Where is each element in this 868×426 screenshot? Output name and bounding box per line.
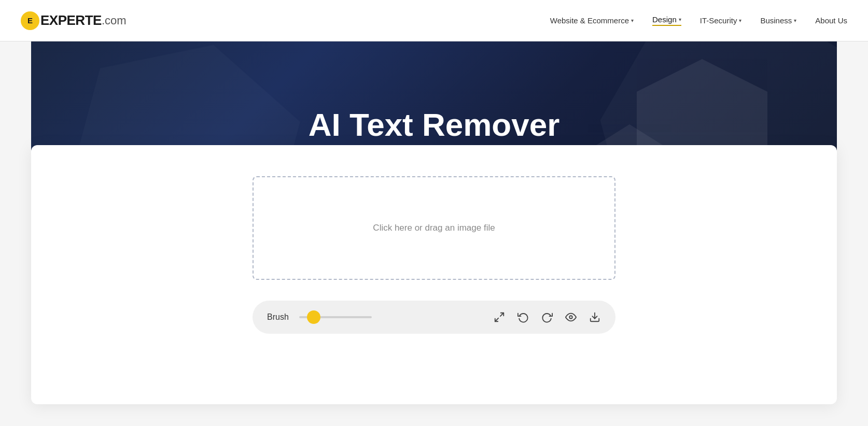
- nav-item-security[interactable]: IT-Security ▾: [700, 16, 742, 25]
- brush-label: Brush: [267, 313, 289, 322]
- svg-line-3: [500, 313, 503, 316]
- nav-item-business[interactable]: Business ▾: [760, 16, 796, 25]
- drop-zone-label: Click here or drag an image file: [373, 223, 495, 233]
- navbar: E EXPERTE .com Website & Ecommerce ▾ Des…: [0, 0, 868, 41]
- download-icon[interactable]: [589, 311, 601, 323]
- nav-item-about-label: About Us: [815, 16, 847, 25]
- chevron-down-icon: ▾: [794, 18, 796, 23]
- logo-text-com: .com: [102, 14, 127, 27]
- main-content: Click here or drag an image file Brush: [31, 145, 837, 404]
- slider-thumb[interactable]: [307, 310, 320, 324]
- brush-size-slider[interactable]: [299, 316, 386, 318]
- toolbar-icons: [493, 311, 601, 323]
- undo-icon[interactable]: [517, 311, 529, 323]
- redo-icon[interactable]: [541, 311, 553, 323]
- toolbar: Brush: [253, 301, 615, 334]
- nav-item-design-label: Design: [652, 15, 677, 24]
- logo[interactable]: E EXPERTE .com: [21, 11, 127, 30]
- nav-links: Website & Ecommerce ▾ Design ▾ IT-Securi…: [550, 15, 847, 26]
- preview-icon[interactable]: [565, 311, 577, 323]
- nav-item-about[interactable]: About Us: [815, 16, 847, 25]
- chevron-down-icon: ▾: [679, 17, 681, 22]
- nav-item-website[interactable]: Website & Ecommerce ▾: [550, 16, 634, 25]
- image-drop-zone[interactable]: Click here or drag an image file: [253, 176, 615, 280]
- svg-point-5: [569, 316, 572, 319]
- nav-item-business-label: Business: [760, 16, 792, 25]
- svg-line-4: [495, 318, 498, 321]
- hero-title: AI Text Remover: [309, 106, 560, 143]
- nav-item-security-label: IT-Security: [700, 16, 737, 25]
- chevron-down-icon: ▾: [631, 18, 634, 23]
- chevron-down-icon: ▾: [739, 18, 741, 23]
- slider-track: [299, 316, 372, 318]
- nav-item-design[interactable]: Design ▾: [652, 15, 681, 26]
- nav-item-website-label: Website & Ecommerce: [550, 16, 629, 25]
- logo-text-experte: EXPERTE: [40, 12, 102, 29]
- expand-icon[interactable]: [493, 311, 506, 323]
- logo-icon: E: [21, 11, 39, 30]
